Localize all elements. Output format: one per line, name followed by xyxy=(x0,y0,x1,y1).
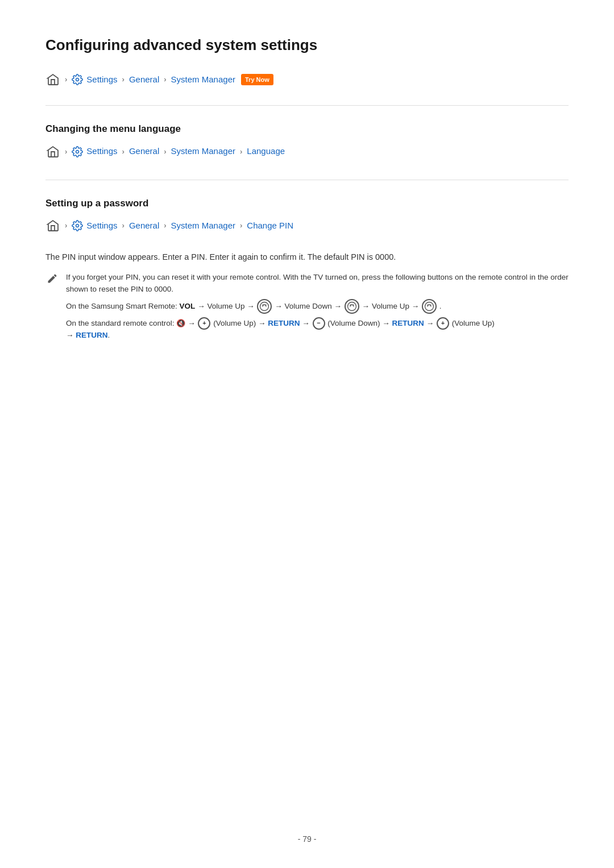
svg-point-1 xyxy=(76,150,79,153)
gear-icon-3 xyxy=(72,220,83,231)
return-key-1: RETURN xyxy=(268,318,300,327)
nav-general-3: General xyxy=(129,219,159,232)
nav-settings-2: Settings xyxy=(86,145,117,158)
nav-path-2: › Settings › General › System Manager › … xyxy=(45,144,569,159)
return-key-3: RETURN xyxy=(76,331,107,339)
nav-general-2: General xyxy=(129,145,159,158)
note-block: If you forget your PIN, you can reset it… xyxy=(45,272,569,345)
return-key-2: RETURN xyxy=(392,318,424,327)
chevron-1: › xyxy=(65,74,67,85)
nav-path-3: › Settings › General › System Manager › … xyxy=(45,218,569,233)
home-icon-2 xyxy=(45,144,60,159)
divider-2 xyxy=(45,180,569,180)
chevron-9: › xyxy=(122,220,125,231)
standard-remote-line: On the standard remote control: 🔇 → + (V… xyxy=(66,317,569,342)
chevron-4: › xyxy=(65,146,67,157)
nav-language: Language xyxy=(247,145,285,158)
nav-settings-3: Settings xyxy=(86,219,117,232)
samsung-remote-line: On the Samsung Smart Remote: VOL → Volum… xyxy=(66,299,569,314)
chevron-2: › xyxy=(122,74,125,85)
samsung-btn-2 xyxy=(345,299,359,314)
note-content: If you forget your PIN, you can reset it… xyxy=(66,272,569,345)
chevron-6: › xyxy=(164,146,166,157)
pin-description: The PIN input window appears. Enter a PI… xyxy=(45,251,569,264)
nav-system-manager-3: System Manager xyxy=(171,219,235,232)
page-footer: - 79 - xyxy=(0,833,614,845)
chevron-8: › xyxy=(65,220,67,231)
svg-point-2 xyxy=(76,225,79,227)
volume-up-2-label: Volume Up xyxy=(372,301,409,310)
samsung-btn-1 xyxy=(257,299,272,314)
nav-system-manager-2: System Manager xyxy=(171,145,235,158)
minus-btn: − xyxy=(313,317,325,330)
page-number: - 79 - xyxy=(298,834,317,844)
chevron-5: › xyxy=(122,146,125,157)
chevron-11: › xyxy=(240,220,242,231)
plus-btn-1: + xyxy=(198,317,210,330)
gear-icon-2 xyxy=(72,146,83,157)
section-language-heading: Changing the menu language xyxy=(45,122,569,136)
volume-down-label: Volume Down xyxy=(285,301,332,310)
nav-system-manager-1: System Manager xyxy=(171,73,235,86)
gear-icon-1 xyxy=(72,74,83,85)
plus-btn-2: + xyxy=(437,317,449,330)
note-line1: If you forget your PIN, you can reset it… xyxy=(66,272,569,296)
try-now-badge[interactable]: Try Now xyxy=(241,74,273,86)
section-language: Changing the menu language › Settings › … xyxy=(45,122,569,159)
vol-key: VOL xyxy=(180,301,196,310)
samsung-btn-3 xyxy=(422,299,437,314)
chevron-3: › xyxy=(164,74,166,85)
pencil-icon xyxy=(47,273,58,288)
home-icon-1 xyxy=(45,72,60,87)
section-password: Setting up a password › Settings › Gener… xyxy=(45,196,569,345)
nav-general-1: General xyxy=(129,73,159,86)
home-icon-3 xyxy=(45,218,60,233)
svg-point-0 xyxy=(76,78,79,81)
nav-change-pin: Change PIN xyxy=(247,219,293,232)
chevron-10: › xyxy=(164,220,166,231)
volume-up-1-label: Volume Up xyxy=(207,301,244,310)
nav-settings-1: Settings xyxy=(86,73,117,86)
divider-1 xyxy=(45,105,569,106)
page-title: Configuring advanced system settings xyxy=(45,34,569,56)
section-password-heading: Setting up a password xyxy=(45,196,569,211)
nav-path-1: › Settings › General › System Manager Tr… xyxy=(45,72,569,87)
chevron-7: › xyxy=(240,146,242,157)
